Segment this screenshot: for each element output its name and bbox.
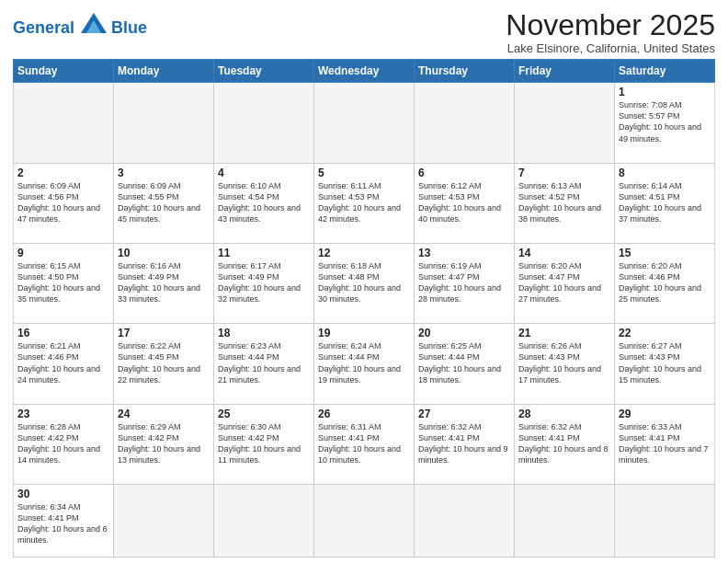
table-row: 17Sunrise: 6:22 AM Sunset: 4:45 PM Dayli…: [114, 324, 214, 404]
col-friday: Friday: [515, 60, 615, 83]
day-info: Sunrise: 6:32 AM Sunset: 4:41 PM Dayligh…: [418, 421, 510, 466]
table-row: [314, 484, 415, 557]
table-row: 10Sunrise: 6:16 AM Sunset: 4:49 PM Dayli…: [114, 243, 214, 323]
day-number: 28: [518, 408, 610, 420]
day-number: 12: [318, 247, 410, 259]
day-info: Sunrise: 6:09 AM Sunset: 4:56 PM Dayligh…: [17, 180, 109, 225]
day-number: 10: [118, 247, 210, 259]
table-row: 18Sunrise: 6:23 AM Sunset: 4:44 PM Dayli…: [214, 324, 314, 404]
col-monday: Monday: [114, 60, 214, 83]
header: General Blue November 2025 Lake Elsinore…: [13, 9, 715, 55]
table-row: 9Sunrise: 6:15 AM Sunset: 4:50 PM Daylig…: [14, 243, 114, 323]
day-info: Sunrise: 6:15 AM Sunset: 4:50 PM Dayligh…: [17, 260, 109, 305]
table-row: 5Sunrise: 6:11 AM Sunset: 4:53 PM Daylig…: [314, 163, 415, 243]
day-info: Sunrise: 6:16 AM Sunset: 4:49 PM Dayligh…: [118, 260, 210, 305]
table-row: 29Sunrise: 6:33 AM Sunset: 4:41 PM Dayli…: [615, 404, 715, 484]
day-number: 19: [318, 327, 410, 339]
day-info: Sunrise: 6:24 AM Sunset: 4:44 PM Dayligh…: [318, 340, 410, 385]
table-row: 6Sunrise: 6:12 AM Sunset: 4:53 PM Daylig…: [415, 163, 515, 243]
day-number: 18: [218, 327, 310, 339]
table-row: 2Sunrise: 6:09 AM Sunset: 4:56 PM Daylig…: [14, 163, 114, 243]
day-number: 26: [318, 408, 410, 420]
logo-general: General: [13, 18, 74, 37]
day-info: Sunrise: 6:23 AM Sunset: 4:44 PM Dayligh…: [218, 340, 310, 385]
day-info: Sunrise: 6:20 AM Sunset: 4:47 PM Dayligh…: [518, 260, 610, 305]
day-number: 24: [118, 408, 210, 420]
day-number: 1: [619, 86, 711, 98]
day-info: Sunrise: 6:10 AM Sunset: 4:54 PM Dayligh…: [218, 180, 310, 225]
table-row: 26Sunrise: 6:31 AM Sunset: 4:41 PM Dayli…: [314, 404, 415, 484]
table-row: 28Sunrise: 6:32 AM Sunset: 4:41 PM Dayli…: [515, 404, 615, 484]
table-row: 22Sunrise: 6:27 AM Sunset: 4:43 PM Dayli…: [615, 324, 715, 404]
col-sunday: Sunday: [14, 60, 114, 83]
page: General Blue November 2025 Lake Elsinore…: [0, 0, 728, 563]
day-number: 27: [418, 408, 510, 420]
table-row: 3Sunrise: 6:09 AM Sunset: 4:55 PM Daylig…: [114, 163, 214, 243]
table-row: 24Sunrise: 6:29 AM Sunset: 4:42 PM Dayli…: [114, 404, 214, 484]
day-number: 20: [418, 327, 510, 339]
table-row: [214, 484, 314, 557]
logo: General Blue: [13, 13, 147, 36]
col-saturday: Saturday: [615, 60, 715, 83]
day-info: Sunrise: 6:25 AM Sunset: 4:44 PM Dayligh…: [418, 340, 510, 385]
day-number: 11: [218, 247, 310, 259]
day-info: Sunrise: 6:19 AM Sunset: 4:47 PM Dayligh…: [418, 260, 510, 305]
table-row: [615, 484, 715, 557]
day-info: Sunrise: 6:27 AM Sunset: 4:43 PM Dayligh…: [619, 340, 711, 385]
table-row: [214, 83, 314, 163]
table-row: 12Sunrise: 6:18 AM Sunset: 4:48 PM Dayli…: [314, 243, 415, 323]
day-number: 17: [118, 327, 210, 339]
table-row: [415, 484, 515, 557]
day-number: 21: [518, 327, 610, 339]
table-row: 4Sunrise: 6:10 AM Sunset: 4:54 PM Daylig…: [214, 163, 314, 243]
day-info: Sunrise: 6:26 AM Sunset: 4:43 PM Dayligh…: [518, 340, 610, 385]
day-number: 29: [619, 408, 711, 420]
col-wednesday: Wednesday: [314, 60, 415, 83]
day-info: Sunrise: 6:11 AM Sunset: 4:53 PM Dayligh…: [318, 180, 410, 225]
table-row: 21Sunrise: 6:26 AM Sunset: 4:43 PM Dayli…: [515, 324, 615, 404]
day-info: Sunrise: 6:33 AM Sunset: 4:41 PM Dayligh…: [619, 421, 711, 466]
day-number: 7: [518, 167, 610, 179]
table-row: [515, 484, 615, 557]
day-info: Sunrise: 7:08 AM Sunset: 5:57 PM Dayligh…: [619, 99, 711, 144]
calendar-header-row: Sunday Monday Tuesday Wednesday Thursday…: [14, 60, 715, 83]
table-row: [314, 83, 415, 163]
col-tuesday: Tuesday: [214, 60, 314, 83]
logo-blue: Blue: [111, 18, 147, 37]
table-row: 23Sunrise: 6:28 AM Sunset: 4:42 PM Dayli…: [14, 404, 114, 484]
day-info: Sunrise: 6:30 AM Sunset: 4:42 PM Dayligh…: [218, 421, 310, 466]
day-number: 3: [118, 167, 210, 179]
day-info: Sunrise: 6:12 AM Sunset: 4:53 PM Dayligh…: [418, 180, 510, 225]
table-row: 11Sunrise: 6:17 AM Sunset: 4:49 PM Dayli…: [214, 243, 314, 323]
table-row: [515, 83, 615, 163]
day-number: 8: [619, 167, 711, 179]
table-row: [114, 83, 214, 163]
table-row: 1Sunrise: 7:08 AM Sunset: 5:57 PM Daylig…: [615, 83, 715, 163]
day-info: Sunrise: 6:17 AM Sunset: 4:49 PM Dayligh…: [218, 260, 310, 305]
table-row: [114, 484, 214, 557]
day-info: Sunrise: 6:34 AM Sunset: 4:41 PM Dayligh…: [17, 501, 109, 546]
table-row: 25Sunrise: 6:30 AM Sunset: 4:42 PM Dayli…: [214, 404, 314, 484]
day-number: 23: [17, 408, 109, 420]
table-row: 27Sunrise: 6:32 AM Sunset: 4:41 PM Dayli…: [415, 404, 515, 484]
table-row: 16Sunrise: 6:21 AM Sunset: 4:46 PM Dayli…: [14, 324, 114, 404]
day-info: Sunrise: 6:13 AM Sunset: 4:52 PM Dayligh…: [518, 180, 610, 225]
table-row: 8Sunrise: 6:14 AM Sunset: 4:51 PM Daylig…: [615, 163, 715, 243]
table-row: 19Sunrise: 6:24 AM Sunset: 4:44 PM Dayli…: [314, 324, 415, 404]
table-row: 7Sunrise: 6:13 AM Sunset: 4:52 PM Daylig…: [515, 163, 615, 243]
day-number: 14: [518, 247, 610, 259]
day-number: 9: [17, 247, 109, 259]
day-info: Sunrise: 6:32 AM Sunset: 4:41 PM Dayligh…: [518, 421, 610, 466]
day-number: 30: [17, 488, 109, 500]
table-row: 14Sunrise: 6:20 AM Sunset: 4:47 PM Dayli…: [515, 243, 615, 323]
location: Lake Elsinore, California, United States: [506, 41, 715, 55]
day-info: Sunrise: 6:28 AM Sunset: 4:42 PM Dayligh…: [17, 421, 109, 466]
logo-icon: [81, 13, 107, 33]
day-info: Sunrise: 6:20 AM Sunset: 4:46 PM Dayligh…: [619, 260, 711, 305]
day-number: 16: [17, 327, 109, 339]
day-info: Sunrise: 6:18 AM Sunset: 4:48 PM Dayligh…: [318, 260, 410, 305]
table-row: 13Sunrise: 6:19 AM Sunset: 4:47 PM Dayli…: [415, 243, 515, 323]
day-number: 4: [218, 167, 310, 179]
table-row: 20Sunrise: 6:25 AM Sunset: 4:44 PM Dayli…: [415, 324, 515, 404]
day-number: 22: [619, 327, 711, 339]
